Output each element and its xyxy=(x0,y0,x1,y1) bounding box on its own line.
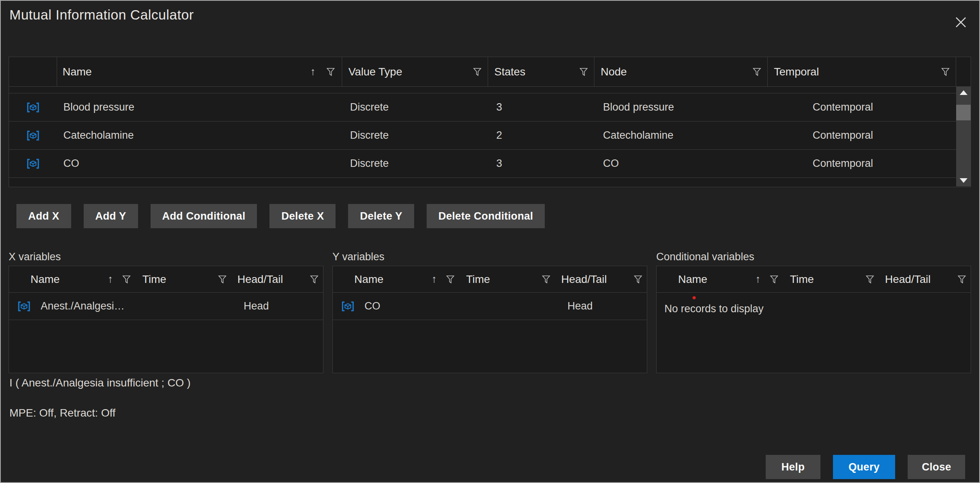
node-variable-icon xyxy=(27,158,39,169)
query-button[interactable]: Query xyxy=(833,455,896,479)
column-header-time-label: Time xyxy=(142,273,166,286)
column-header-time[interactable]: Time xyxy=(136,266,232,292)
column-header-name-label: Name xyxy=(354,273,384,286)
filter-icon[interactable] xyxy=(770,275,778,284)
cell-states: 2 xyxy=(488,129,594,141)
add-conditional-button[interactable]: Add Conditional xyxy=(151,204,257,228)
column-header-head-tail-label: Head/Tail xyxy=(561,273,607,286)
cell-name: CO xyxy=(364,300,381,312)
cell-value-type: Discrete xyxy=(342,129,488,141)
sort-ascending-icon: ↑ xyxy=(756,273,761,285)
add-x-button[interactable]: Add X xyxy=(16,204,71,228)
help-button[interactable]: Help xyxy=(766,455,820,479)
filter-icon[interactable] xyxy=(446,275,454,284)
no-records-message: No records to display xyxy=(657,293,971,315)
close-icon[interactable] xyxy=(951,13,971,32)
filter-icon[interactable] xyxy=(634,275,642,284)
cell-states: 3 xyxy=(488,101,594,113)
mutual-information-calculator-dialog: Mutual Information Calculator Name ↑ Val… xyxy=(0,0,980,483)
node-variable-icon xyxy=(27,130,39,141)
y-variables-label: Y variables xyxy=(332,251,647,263)
node-variable-icon xyxy=(18,301,31,312)
red-dot-indicator xyxy=(693,296,696,299)
column-header-node[interactable]: Node xyxy=(594,57,768,86)
delete-conditional-button[interactable]: Delete Conditional xyxy=(427,204,545,228)
y-variables-table: Name ↑ Time Head/Tail xyxy=(332,266,647,373)
filter-icon[interactable] xyxy=(473,68,481,76)
cell-value-type: Discrete xyxy=(342,157,488,170)
delete-x-button[interactable]: Delete X xyxy=(269,204,336,228)
mutual-information-expression: I ( Anest./Analgesia insufficient ; CO ) xyxy=(9,377,190,389)
cell-name: Anest./Analgesi… xyxy=(41,300,125,312)
column-header-states-label: States xyxy=(494,66,525,78)
filter-icon[interactable] xyxy=(218,275,226,284)
filter-icon[interactable] xyxy=(327,68,335,76)
cell-value-type: Discrete xyxy=(342,101,488,113)
scroll-up-icon xyxy=(960,90,967,95)
variables-table-body: Blood pressure Discrete 3 Blood pressure… xyxy=(9,87,971,187)
scroll-up-button[interactable] xyxy=(956,87,971,98)
cell-temporal: Contemporal xyxy=(768,157,956,170)
table-row[interactable]: Blood pressure Discrete 3 Blood pressure… xyxy=(9,93,971,122)
column-header-name[interactable]: Name ↑ xyxy=(333,266,460,292)
filter-icon[interactable] xyxy=(866,275,874,284)
filter-icon[interactable] xyxy=(753,68,761,76)
cell-name: Blood pressure xyxy=(57,101,342,113)
header-icon-column xyxy=(9,57,57,86)
sort-ascending-icon: ↑ xyxy=(311,66,316,78)
column-header-temporal[interactable]: Temporal xyxy=(768,57,956,86)
filter-icon[interactable] xyxy=(542,275,550,284)
filter-icon[interactable] xyxy=(310,275,318,284)
column-header-head-tail-label: Head/Tail xyxy=(885,273,931,286)
table-row[interactable]: Catecholamine Discrete 2 Catecholamine C… xyxy=(9,122,971,150)
scroll-down-icon xyxy=(960,178,967,183)
column-header-head-tail[interactable]: Head/Tail xyxy=(232,266,323,292)
column-header-temporal-label: Temporal xyxy=(774,66,819,78)
cell-node: CO xyxy=(594,157,768,170)
node-variable-icon xyxy=(27,102,39,113)
column-header-name[interactable]: Name ↑ xyxy=(657,266,784,292)
column-header-time-label: Time xyxy=(466,273,490,286)
column-header-head-tail[interactable]: Head/Tail xyxy=(556,266,647,292)
close-button[interactable]: Close xyxy=(908,455,965,479)
filter-icon[interactable] xyxy=(580,68,588,76)
page-title: Mutual Information Calculator xyxy=(9,7,194,23)
table-row[interactable]: CO Discrete 3 CO Contemporal xyxy=(9,150,971,178)
column-header-time[interactable]: Time xyxy=(784,266,879,292)
action-button-row: Add X Add Y Add Conditional Delete X Del… xyxy=(16,204,545,228)
column-header-states[interactable]: States xyxy=(488,57,594,86)
conditional-variables-table: Name ↑ Time Head/Tail No records to disp… xyxy=(656,266,971,373)
cell-head-tail: Head xyxy=(232,300,323,312)
x-variables-section: X variables Name ↑ Time Head/Tail xyxy=(9,251,323,373)
column-header-head-tail[interactable]: Head/Tail xyxy=(879,266,971,292)
delete-y-button[interactable]: Delete Y xyxy=(348,204,414,228)
x-variable-row[interactable]: Anest./Analgesi… Head xyxy=(9,293,323,320)
column-header-time[interactable]: Time xyxy=(460,266,556,292)
conditional-variables-label: Conditional variables xyxy=(656,251,971,263)
column-header-name-label: Name xyxy=(678,273,707,286)
scroll-down-button[interactable] xyxy=(956,175,971,186)
filter-icon[interactable] xyxy=(958,275,966,284)
cell-states: 3 xyxy=(488,157,594,170)
filter-icon[interactable] xyxy=(941,68,949,76)
cell-name: Catecholamine xyxy=(57,129,342,141)
partial-row-bottom xyxy=(9,178,971,187)
column-header-head-tail-label: Head/Tail xyxy=(237,273,283,286)
cell-temporal: Contemporal xyxy=(768,101,956,113)
y-variables-section: Y variables Name ↑ Time Head/Tail xyxy=(332,251,647,373)
column-header-name[interactable]: Name ↑ xyxy=(9,266,136,292)
vertical-scrollbar[interactable] xyxy=(956,87,971,186)
column-header-value-type-label: Value Type xyxy=(348,66,402,78)
add-y-button[interactable]: Add Y xyxy=(84,204,138,228)
scrollbar-thumb[interactable] xyxy=(956,105,971,120)
cell-head-tail: Head xyxy=(556,300,647,312)
conditional-variables-section: Conditional variables Name ↑ Time Head/T… xyxy=(656,251,971,373)
column-header-value-type[interactable]: Value Type xyxy=(342,57,488,86)
node-variable-icon xyxy=(341,301,354,312)
x-variables-label: X variables xyxy=(9,251,323,263)
column-header-name[interactable]: Name ↑ xyxy=(57,57,342,86)
column-header-name-label: Name xyxy=(31,273,60,286)
filter-icon[interactable] xyxy=(122,275,131,284)
column-header-name-label: Name xyxy=(63,66,92,78)
y-variable-row[interactable]: CO Head xyxy=(333,293,647,320)
